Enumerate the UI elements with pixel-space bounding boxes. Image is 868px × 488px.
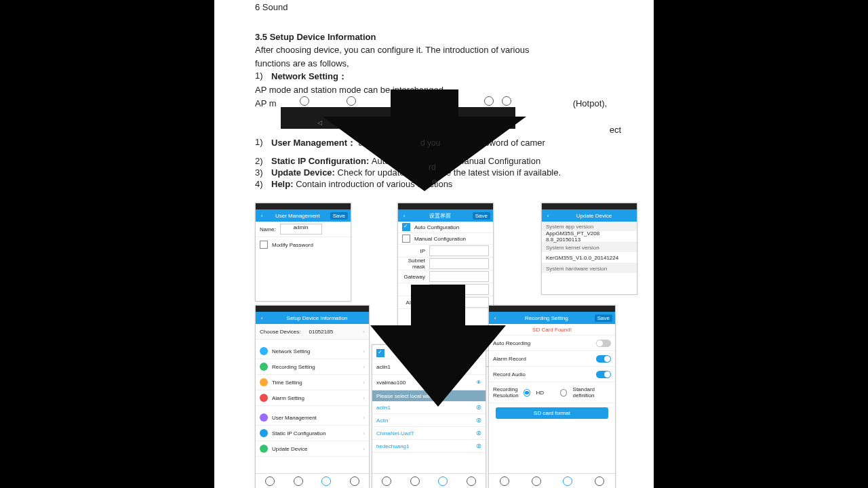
heading-setup: 3.5 Setup Device Information: [255, 31, 633, 43]
screenshot-recording: ‹Recording SettingSave SD Card Found! Au…: [488, 305, 616, 488]
sd-format-button[interactable]: SD card format: [496, 407, 608, 419]
toggle-auto-rec[interactable]: [596, 340, 611, 347]
stage: 6 Sound 3.5 Setup Device Information Aft…: [0, 0, 868, 488]
checkbox-modify-pwd[interactable]: [260, 241, 268, 249]
save-button[interactable]: Save: [330, 212, 348, 220]
wifi-icon: ⦿: [476, 405, 481, 411]
document-page: 6 Sound 3.5 Setup Device Information Aft…: [214, 0, 654, 488]
radio-sd[interactable]: [560, 389, 567, 396]
toggle-rec-audio[interactable]: [596, 371, 611, 378]
intro-1: After choosing device, you can configure…: [255, 44, 633, 56]
phone-softkeys-top-b: □: [480, 95, 515, 129]
toggle-alarm-rec[interactable]: [596, 355, 611, 363]
line-sound: 6 Sound: [255, 1, 633, 14]
screenshot-update: ‹Update Device System app version AppGM3…: [541, 203, 637, 295]
screenshot-network: aclin1 xvalmao100👁 Please select local w…: [372, 344, 486, 488]
intro-2: functions are as follows,: [255, 58, 633, 70]
screenshot-static-ip: ‹设置界面 Save Auto Configuration Manual Con…: [397, 203, 494, 367]
radio-hd[interactable]: [524, 389, 530, 396]
eye-icon: 👁: [476, 380, 481, 386]
screenshot-setup-info: ‹Setup Device Information Choose Devices…: [255, 305, 370, 488]
back-icon: ‹: [258, 213, 265, 219]
screenshot-user-mgmt: ‹ User Management Save Name:admin Modify…: [255, 203, 351, 302]
choose-device-row[interactable]: Choose Devices:01052185›: [256, 324, 369, 340]
